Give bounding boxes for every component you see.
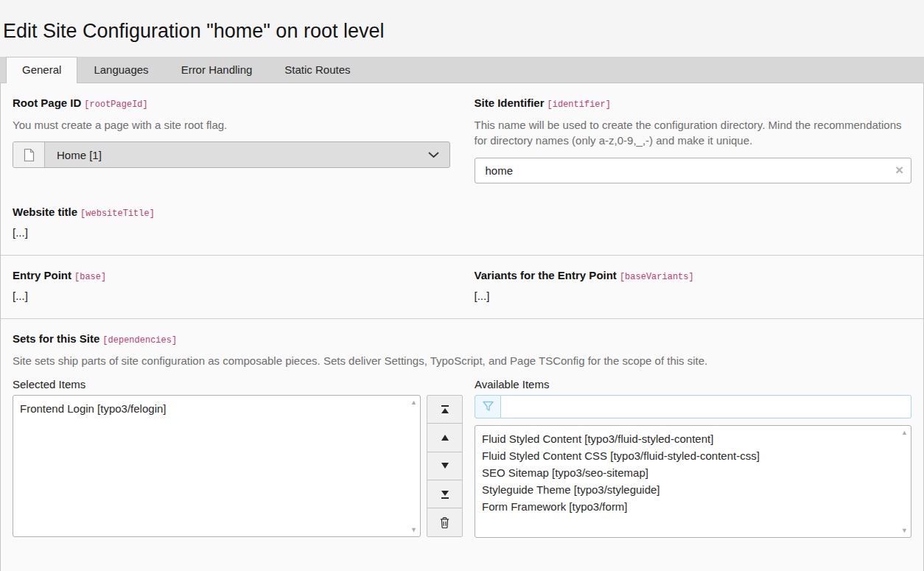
available-items-filter-input[interactable]: [501, 395, 911, 418]
scroll-up-icon[interactable]: ▲: [901, 429, 908, 436]
field-code: [rootPageId]: [84, 99, 147, 110]
chevron-down-icon: [428, 152, 439, 158]
scroll-down-icon[interactable]: ▼: [901, 527, 908, 534]
available-items-label: Available Items: [475, 378, 911, 390]
label-text: Root Page ID: [13, 97, 81, 109]
move-up-icon: [440, 432, 450, 443]
clear-input-icon[interactable]: ×: [895, 163, 903, 178]
list-item[interactable]: Frontend Login [typo3/felogin]: [13, 400, 420, 417]
field-label: Sets for this Site[dependencies]: [13, 332, 911, 346]
move-to-top-button[interactable]: [427, 395, 463, 424]
move-up-button[interactable]: [427, 423, 463, 452]
scroll-down-icon[interactable]: ▼: [410, 526, 417, 533]
move-to-bottom-icon: [440, 489, 450, 500]
field-help: You must create a page with a site root …: [13, 117, 450, 133]
page-icon: [13, 142, 45, 167]
selected-items-listbox[interactable]: Frontend Login [typo3/felogin] ▲ ▼: [13, 395, 421, 537]
field-code: [dependencies]: [102, 335, 177, 346]
trash-icon: [439, 516, 450, 529]
field-root-page-id: Root Page ID[rootPageId] You must create…: [13, 97, 450, 184]
tab-error-handling[interactable]: Error Handling: [165, 57, 269, 83]
field-label: Entry Point[base]: [13, 269, 450, 282]
tab-general[interactable]: General: [6, 57, 77, 83]
website-title-collapsed-toggle[interactable]: [...]: [13, 226, 450, 239]
delete-button[interactable]: [427, 508, 463, 536]
section-entry-point: Entry Point[base] [...] Variants for the…: [1, 255, 923, 318]
base-variants-collapsed-toggle[interactable]: [...]: [475, 290, 912, 302]
root-page-select-value: Home [1]: [45, 142, 449, 167]
field-code: [base]: [74, 272, 106, 282]
field-base-variants: Variants for the Entry Point[baseVariant…: [475, 269, 912, 302]
tab-content-panel: Root Page ID[rootPageId] You must create…: [0, 83, 924, 571]
field-entry-point: Entry Point[base] [...]: [13, 269, 450, 302]
move-to-top-icon: [440, 404, 450, 415]
available-items-scrollbar[interactable]: ▲ ▼: [898, 426, 911, 537]
label-text: Sets for this Site: [13, 332, 99, 345]
field-code: [identifier]: [547, 99, 611, 110]
label-text: Entry Point: [13, 269, 71, 281]
tab-static-routes[interactable]: Static Routes: [268, 57, 366, 83]
root-page-select[interactable]: Home [1]: [13, 141, 450, 168]
tab-languages[interactable]: Languages: [77, 57, 164, 83]
field-help: This name will be used to create the con…: [475, 117, 912, 150]
filter-funnel-icon: [475, 395, 501, 418]
list-item[interactable]: Form Framework [typo3/form]: [475, 498, 911, 515]
field-help: Site sets ship parts of site configurati…: [13, 353, 911, 369]
selected-items-list: Frontend Login [typo3/felogin]: [13, 396, 420, 417]
list-item[interactable]: SEO Sitemap [typo3/seo-sitemap]: [475, 464, 911, 481]
field-code: [websiteTitle]: [80, 209, 155, 219]
move-down-button[interactable]: [427, 452, 463, 480]
label-text: Website title: [13, 206, 77, 218]
list-item[interactable]: Styleguide Theme [typo3/styleguide]: [475, 481, 911, 498]
selected-items-label: Selected Items: [13, 378, 421, 390]
field-website-title: Website title[websiteTitle] [...]: [13, 206, 450, 239]
field-label: Root Page ID[rootPageId]: [13, 97, 450, 110]
available-items-panel: Fluid Styled Content [typo3/fluid-styled…: [475, 395, 911, 538]
label-text: Site Identifier: [475, 97, 545, 109]
field-code: [baseVariants]: [620, 272, 694, 282]
section-dependencies: Sets for this Site[dependencies] Site se…: [1, 318, 923, 554]
field-label: Site Identifier[identifier]: [475, 97, 912, 110]
field-site-identifier: Site Identifier[identifier] This name wi…: [475, 97, 912, 184]
field-label: Variants for the Entry Point[baseVariant…: [475, 269, 912, 282]
selected-option-label: Home [1]: [57, 149, 102, 161]
entry-point-collapsed-toggle[interactable]: [...]: [13, 290, 450, 302]
label-text: Variants for the Entry Point: [475, 269, 617, 281]
field-label: Website title[websiteTitle]: [13, 206, 450, 219]
site-identifier-input[interactable]: [475, 158, 912, 183]
selected-items-scrollbar[interactable]: ▲ ▼: [407, 396, 420, 536]
available-items-listbox[interactable]: Fluid Styled Content [typo3/fluid-styled…: [475, 425, 911, 538]
page-title: Edit Site Configuration "home" on root l…: [0, 13, 924, 43]
section-general-top: Root Page ID[rootPageId] You must create…: [1, 83, 923, 256]
available-items-list: Fluid Styled Content [typo3/fluid-styled…: [475, 426, 911, 515]
move-to-bottom-button[interactable]: [427, 480, 463, 508]
scroll-up-icon[interactable]: ▲: [410, 399, 417, 406]
move-down-icon: [440, 460, 450, 471]
list-item[interactable]: Fluid Styled Content CSS [typo3/fluid-st…: [475, 447, 911, 464]
tab-bar: General Languages Error Handling Static …: [0, 57, 924, 83]
list-item[interactable]: Fluid Styled Content [typo3/fluid-styled…: [475, 430, 911, 447]
item-controls: [427, 395, 463, 537]
